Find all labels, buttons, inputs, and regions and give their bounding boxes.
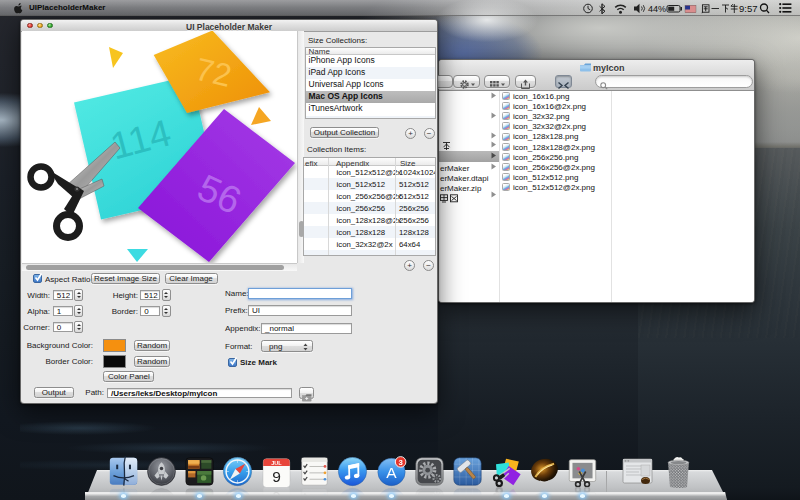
- svg-text:A: A: [386, 464, 397, 481]
- svg-text:44%: 44%: [648, 4, 666, 14]
- svg-text:9: 9: [272, 468, 281, 485]
- svg-text:3: 3: [398, 458, 403, 467]
- svg-text:JUL: JUL: [271, 460, 282, 466]
- svg-text:9:57: 9:57: [739, 3, 758, 14]
